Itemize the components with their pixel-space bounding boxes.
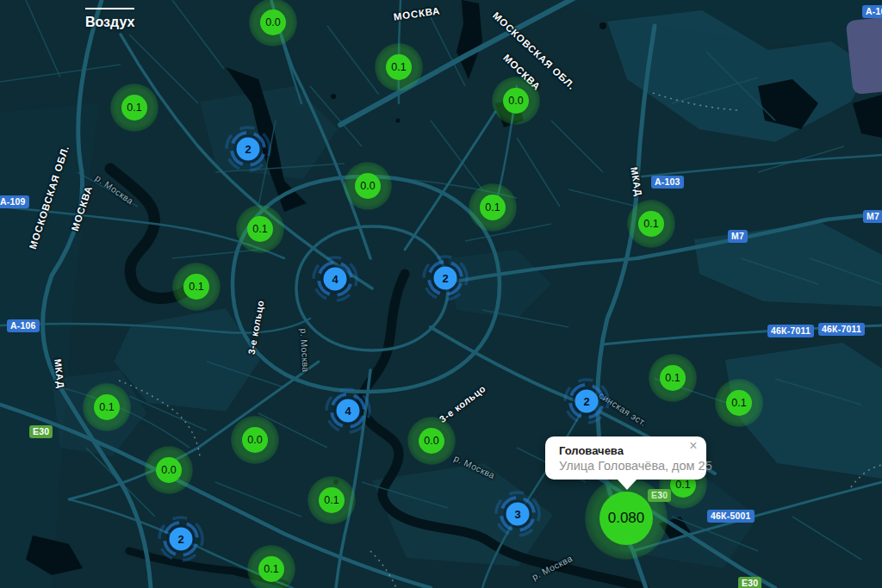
map-canvas[interactable]: МОСКВАМОСКОВСКАЯ ОБЛ.МОСКВАМОСКОВСКАЯ ОБ…	[0, 0, 882, 588]
marker-value: 0.1	[638, 211, 664, 237]
marker-value: 0.1	[480, 195, 506, 220]
close-icon[interactable]: ×	[686, 438, 701, 454]
tab-air[interactable]: Воздух	[85, 8, 134, 30]
info-popup: Головачева Улица Головачёва, дом 25 ×	[545, 436, 706, 480]
marker-value: 0.1	[319, 487, 345, 513]
cluster-count: 2	[170, 528, 193, 551]
marker-value: 0.0	[503, 88, 529, 114]
cluster-count: 2	[434, 267, 457, 290]
cluster-count: 3	[506, 503, 530, 526]
marker-value: 0.1	[121, 95, 147, 121]
marker-value: 0.0	[242, 427, 268, 453]
tab-air-label: Воздух	[85, 15, 134, 29]
popup-subtitle: Улица Головачёва, дом 25	[559, 459, 712, 473]
marker-value: 0.080	[599, 492, 653, 545]
cluster-count: 4	[337, 399, 360, 423]
marker-value: 0.1	[726, 390, 752, 416]
marker-value: 0.0	[355, 173, 381, 199]
cluster-count: 2	[237, 138, 260, 161]
marker-value: 0.0	[260, 9, 286, 35]
marker-value: 0.1	[386, 54, 412, 80]
marker-value: 0.1	[660, 365, 686, 391]
marker-value: 0.0	[156, 457, 182, 483]
marker-value: 0.1	[258, 556, 284, 582]
marker-value: 0.1	[94, 394, 120, 420]
marker-value: 0.1	[183, 274, 209, 300]
marker-value: 0.0	[419, 428, 444, 454]
popup-tail	[617, 479, 637, 490]
marker-value: 0.1	[247, 216, 273, 242]
cluster-count: 4	[324, 268, 347, 291]
cluster-count: 2	[575, 390, 599, 413]
popup-title: Головачева	[559, 444, 624, 457]
